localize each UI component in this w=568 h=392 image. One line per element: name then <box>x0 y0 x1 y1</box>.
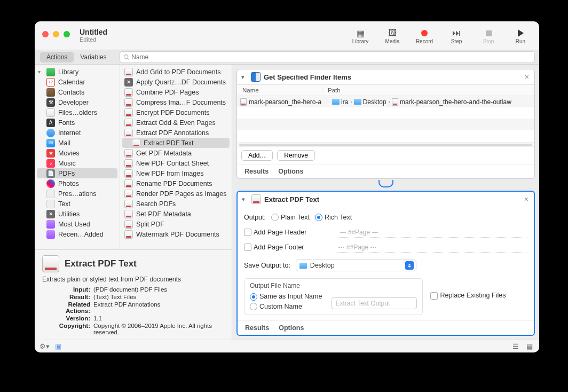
action-list[interactable]: Add Grid to PDF Documents ✕Apply Quartz…… <box>120 65 232 249</box>
items-table-header: Name Path <box>237 84 534 96</box>
action-item[interactable]: Split PDF <box>120 219 232 229</box>
pdf-doc-icon <box>124 149 133 158</box>
workflow-step-finder-items[interactable]: ▾ Get Specified Finder Items × Name Path… <box>236 69 535 179</box>
minimize-window-button[interactable] <box>53 31 59 37</box>
footer-text-field[interactable]: --- ##Page --- <box>337 242 527 253</box>
category-utilities[interactable]: ✕Utilities <box>35 209 120 219</box>
disclosure-icon[interactable]: ▾ <box>241 74 248 81</box>
globe-icon <box>46 129 55 137</box>
category-list[interactable]: ▾ Library 17Calendar Contacts ⚒Developer… <box>35 65 120 249</box>
action-item[interactable]: Render PDF Pages as Images <box>120 189 232 199</box>
mail-icon: ✉ <box>46 139 55 147</box>
svg-point-0 <box>124 55 128 59</box>
category-photos[interactable]: Photos <box>35 178 120 189</box>
font-icon: A <box>46 119 55 127</box>
custom-name-field[interactable]: Extract Text Output <box>332 297 417 309</box>
horizontal-scrollbar[interactable] <box>237 142 534 146</box>
toolbar-record-button[interactable]: Record <box>413 28 436 44</box>
pdf-doc-icon <box>124 200 133 208</box>
toolbar-run-button[interactable]: Run <box>509 28 532 44</box>
table-row[interactable]: mark-pearson_the-hero-a ira › Desktop › … <box>237 96 534 107</box>
radio-plain-text[interactable]: Plain Text <box>271 214 310 222</box>
action-item[interactable]: ✕Apply Quartz…DF Documents <box>120 77 232 87</box>
zoom-window-button[interactable] <box>64 31 70 37</box>
step-title: Get Specified Finder Items <box>264 73 351 81</box>
category-music[interactable]: ♪Music <box>35 158 120 168</box>
remove-step-button[interactable]: × <box>524 73 530 81</box>
toolbar-stop-button: Stop <box>477 28 500 44</box>
items-table[interactable]: mark-pearson_the-hero-a ira › Desktop › … <box>237 96 534 142</box>
toolbar-library-button[interactable]: ▦ Library <box>349 28 372 44</box>
category-files[interactable]: Files…olders <box>35 107 120 117</box>
category-presentations[interactable]: Pres…ations <box>35 189 120 199</box>
col-path[interactable]: Path <box>322 87 534 93</box>
col-name[interactable]: Name <box>237 87 322 93</box>
window-subtitle: Edited <box>80 36 107 43</box>
remove-item-button[interactable]: Remove <box>277 150 315 161</box>
options-tab[interactable]: Options <box>279 324 304 332</box>
header-text-field[interactable]: --- ##Page --- <box>338 227 527 238</box>
radio-same-name[interactable]: Same as Input Name <box>250 293 322 301</box>
workflow-step-extract-pdf-text[interactable]: ▾ Extract PDF Text × Output: Plain Text … <box>236 191 535 336</box>
action-item[interactable]: Get PDF Metadata <box>120 148 232 158</box>
pdf-doc-icon <box>124 108 133 117</box>
action-item[interactable]: Add Grid to PDF Documents <box>120 67 232 77</box>
folder-icon <box>354 99 361 105</box>
tab-variables[interactable]: Variables <box>74 52 113 62</box>
add-item-button[interactable]: Add… <box>241 150 273 161</box>
action-item[interactable]: Watermark PDF Documents <box>120 229 232 239</box>
action-item[interactable]: Rename PDF Documents <box>120 178 232 189</box>
output-filename-group: Output File Name Same as Input Name Cust… <box>244 278 423 315</box>
disclosure-icon[interactable]: ▾ <box>242 196 248 203</box>
window-title: Untitled <box>80 28 107 36</box>
view-list-button[interactable]: ☰ <box>511 342 520 351</box>
view-flow-button[interactable]: ▤ <box>525 342 534 351</box>
presentations-icon <box>46 190 55 198</box>
tab-actions[interactable]: Actions <box>40 52 74 62</box>
category-text[interactable]: Text <box>35 199 120 209</box>
category-contacts[interactable]: Contacts <box>35 87 120 97</box>
gear-menu-button[interactable]: ⚙︎▾ <box>40 342 49 351</box>
action-item[interactable]: Search PDFs <box>120 199 232 209</box>
action-item[interactable]: Encrypt PDF Documents <box>120 107 232 117</box>
radio-rich-text[interactable]: Rich Text <box>315 214 352 222</box>
action-item[interactable]: New PDF from Images <box>120 168 232 178</box>
category-pdfs[interactable]: 📄PDFs <box>37 168 117 178</box>
action-item[interactable]: New PDF Contact Sheet <box>120 158 232 168</box>
save-location-popup[interactable]: Desktop <box>296 260 416 271</box>
toolbar-step-button[interactable]: ⏭ Step <box>445 28 468 44</box>
results-tab[interactable]: Results <box>244 168 269 175</box>
bottom-bar: ⚙︎▾ ▣ ☰ ▤ <box>35 340 539 352</box>
results-tab[interactable]: Results <box>245 324 269 332</box>
search-field[interactable] <box>120 51 535 63</box>
action-item[interactable]: Combine PDF Pages <box>120 87 232 97</box>
workflow-canvas[interactable]: ▾ Get Specified Finder Items × Name Path… <box>232 65 539 340</box>
action-item-selected[interactable]: Extract PDF Text <box>122 138 230 148</box>
radio-custom-name[interactable]: Custom Name <box>250 303 322 311</box>
action-item[interactable]: Extract Odd & Even Pages <box>120 117 232 128</box>
options-tab[interactable]: Options <box>278 168 303 175</box>
action-item[interactable]: Compress Ima…F Documents <box>120 97 232 107</box>
checkbox-add-footer[interactable]: Add Page Footer <box>244 244 304 252</box>
action-item[interactable]: Extract PDF Annotations <box>120 128 232 138</box>
category-fonts[interactable]: AFonts <box>35 117 120 128</box>
remove-step-button[interactable]: × <box>523 195 530 203</box>
movies-icon: ★ <box>46 149 55 158</box>
category-internet[interactable]: Internet <box>35 128 120 138</box>
category-mail[interactable]: ✉Mail <box>35 138 120 148</box>
workflow-type-button[interactable]: ▣ <box>54 342 62 351</box>
category-calendar[interactable]: 17Calendar <box>35 77 120 87</box>
smart-most-used[interactable]: Most Used <box>35 219 120 229</box>
search-input[interactable] <box>131 53 531 61</box>
close-window-button[interactable] <box>42 31 49 37</box>
smart-recently-added[interactable]: Recen…Added <box>35 229 120 239</box>
category-library[interactable]: ▾ Library <box>35 67 120 77</box>
books-icon <box>46 68 55 76</box>
action-item[interactable]: Set PDF Metadata <box>120 209 232 219</box>
category-developer[interactable]: ⚒Developer <box>35 97 120 107</box>
checkbox-add-header[interactable]: Add Page Header <box>244 229 306 237</box>
checkbox-replace-existing[interactable]: Replace Existing Files <box>430 292 506 300</box>
toolbar-media-button[interactable]: 🖼 Media <box>381 28 404 44</box>
utilities-icon: ✕ <box>46 210 55 218</box>
category-movies[interactable]: ★Movies <box>35 148 120 158</box>
